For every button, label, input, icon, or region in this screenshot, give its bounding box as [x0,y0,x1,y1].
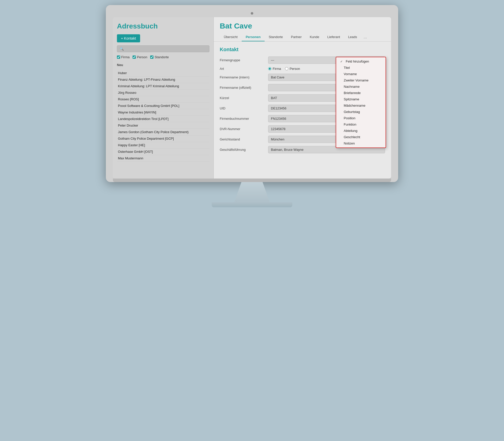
list-item[interactable]: Max Mustermann [117,155,209,162]
dropdown-item-nachname[interactable]: Nachname [336,83,386,90]
list-item[interactable]: Jörg Rosseo [117,90,209,96]
dropdown-menu: Feld hinzufügenTitelVornameZweiter Vorna… [336,57,386,148]
sidebar: Adressbuch + Kontakt 🔍 Firma Person Stan… [113,17,214,179]
dropdown-item-geschlecht[interactable]: Geschlecht [336,134,386,140]
dropdown-item-briefanrede[interactable]: Briefanrede [336,90,386,96]
dropdown-item-funktion[interactable]: Funktion [336,121,386,128]
dropdown-item-feld-hinzuf-gen[interactable]: Feld hinzufügen [336,58,386,65]
monitor-bottom-bar [113,179,391,182]
list-item[interactable]: Wayne Industries [WAYIN] [117,109,209,116]
monitor-screen: Adressbuch + Kontakt 🔍 Firma Person Stan… [113,17,391,179]
tab-lieferant[interactable]: Lieferant [323,33,344,41]
form-label: DVR-Nummer [220,127,265,131]
dropdown-item-abteilung[interactable]: Abteilung [336,128,386,134]
tab--bersicht[interactable]: Übersicht [220,33,242,41]
dropdown-item-titel[interactable]: Titel [336,65,386,71]
list-item[interactable]: Huber [117,70,209,76]
dropdown-item-notizen[interactable]: Notizen [336,140,386,146]
radio-option-person[interactable]: Person [285,67,300,71]
search-icon: 🔍 [120,47,124,51]
dropdown-item-position[interactable]: Position [336,115,386,121]
tab-kunde[interactable]: Kunde [306,33,323,41]
monitor-camera [251,12,253,15]
stand-base [212,202,292,207]
filter-row: Firma Person Standorte [117,55,209,59]
list-item[interactable]: Poool Software & Consulting GmbH [POL] [117,103,209,109]
dropdown-item-vorname[interactable]: Vorname [336,71,386,77]
monitor-shell: Adressbuch + Kontakt 🔍 Firma Person Stan… [106,5,398,182]
tabs-bar: ÜbersichtPersonenStandortePartnerKundeLi… [214,33,391,42]
sidebar-title: Adressbuch [117,22,209,30]
list-item[interactable]: James Gordon (Gotham City Police Departm… [117,129,209,135]
filter-person[interactable]: Person [133,55,147,59]
tab-partner[interactable]: Partner [287,33,306,41]
filter-standorte[interactable]: Standorte [150,55,169,59]
form-label: UID [220,106,265,110]
tab-more[interactable]: ... [361,33,369,41]
dropdown-item-m-dchenname[interactable]: Mädchenname [336,102,386,109]
section-label-neu: Neu [117,63,209,67]
form-section-title: Kontakt [220,47,385,52]
form-label: Art [220,67,265,71]
tab-standorte[interactable]: Standorte [265,33,287,41]
list-item[interactable]: Osterhase GmbH [OST] [117,149,209,155]
list-item[interactable]: Rosseo [ROS] [117,96,209,103]
form-label: Geschäftsführung [220,148,265,152]
list-item[interactable]: Gotham City Police Department [GCP] [117,135,209,142]
tab-personen[interactable]: Personen [242,33,265,41]
dropdown-item-zweiter-vorname[interactable]: Zweiter Vorname [336,77,386,83]
tab-leads[interactable]: Leads [344,33,361,41]
list-item[interactable]: Finanz Abteilung: LPT-Finanz Abteilung [117,76,209,83]
form-label: Gerichtsstand [220,137,265,141]
form-label: Firmenbuchnummer [220,117,265,121]
add-contact-button[interactable]: + Kontakt [117,34,140,42]
search-input[interactable] [125,47,207,51]
form-content: Kontakt FirmengruppeArtFirmaPersonFirmen… [214,42,391,179]
form-label: Firmenname (intern) [220,75,265,79]
art-radio-group: FirmaPerson [268,67,300,71]
radio-option-firma[interactable]: Firma [268,67,281,71]
contact-list: HuberFinanz Abteilung: LPT-Finanz Abteil… [117,70,209,173]
dropdown-item-geburtstag[interactable]: Geburtstag [336,109,386,115]
filter-firma[interactable]: Firma [117,55,130,59]
list-item[interactable]: Landespolizeidirektion Tirol [LPDT] [117,116,209,122]
main-content: Bat Cave ÜbersichtPersonenStandortePartn… [214,17,391,179]
search-box[interactable]: 🔍 [117,45,209,52]
page-title: Bat Cave [214,17,391,33]
dropdown-item-spitzname[interactable]: Spitzname [336,96,386,102]
stand-neck [217,182,287,202]
form-label: Firmengruppe [220,58,265,62]
list-item[interactable]: Happy Easter [HE] [117,142,209,149]
form-label: Kürzel [220,96,265,100]
monitor-stand [212,182,292,207]
form-label: Firmenname (offiziell) [220,86,265,90]
list-item[interactable]: Kriminal Abteilung: LPT Kriminal Abteilu… [117,83,209,90]
list-item[interactable]: Peter Drucker [117,122,209,129]
